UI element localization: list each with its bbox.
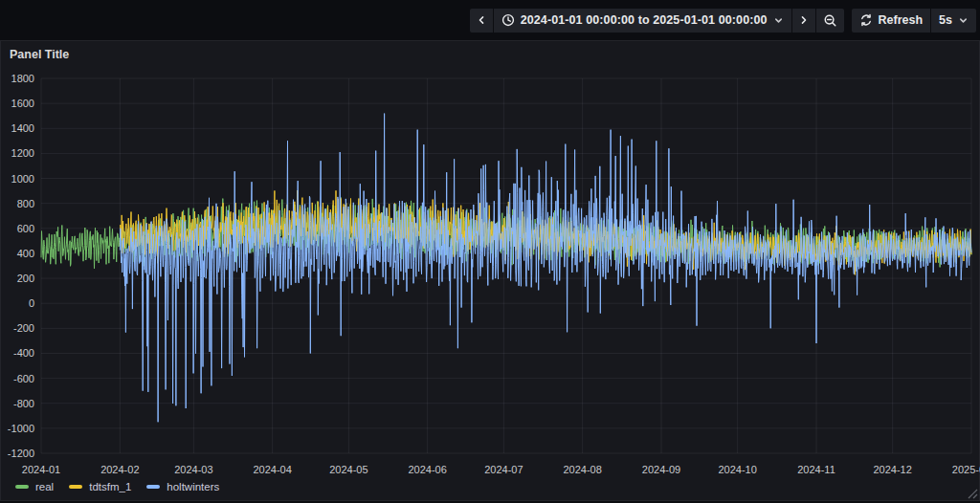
svg-text:2024-09: 2024-09	[642, 464, 680, 475]
refresh-button[interactable]: Refresh	[852, 9, 931, 33]
time-range-label: 2024-01-01 00:00:00 to 2025-01-01 00:00:…	[521, 13, 768, 27]
svg-text:600: 600	[17, 223, 34, 234]
refresh-interval-value: 5s	[939, 13, 952, 27]
refresh-interval-dropdown[interactable]: 5s	[931, 9, 976, 33]
svg-text:2024-08: 2024-08	[563, 464, 601, 475]
time-range-controls: 2024-01-01 00:00:00 to 2025-01-01 00:00:…	[470, 9, 844, 33]
series-color-swatch	[15, 485, 29, 489]
svg-text:-1200: -1200	[8, 448, 34, 459]
svg-text:1600: 1600	[11, 98, 34, 109]
legend-item-tdtsfm-1[interactable]: tdtsfm_1	[69, 481, 131, 492]
svg-text:2024-12: 2024-12	[873, 464, 911, 475]
svg-text:-400: -400	[13, 347, 34, 359]
series-color-swatch	[146, 485, 160, 489]
svg-text:2024-10: 2024-10	[718, 464, 756, 475]
panel-resize-handle[interactable]	[968, 489, 978, 499]
svg-text:2024-07: 2024-07	[484, 464, 523, 475]
svg-text:200: 200	[17, 273, 34, 284]
svg-text:2024-03: 2024-03	[174, 464, 212, 475]
top-bar: 2024-01-01 00:00:00 to 2025-01-01 00:00:…	[0, 0, 980, 40]
svg-text:-1000: -1000	[8, 423, 34, 434]
svg-text:0: 0	[29, 297, 34, 309]
svg-text:1800: 1800	[11, 73, 34, 84]
time-shift-forward-button[interactable]	[792, 9, 815, 33]
svg-text:-200: -200	[13, 322, 34, 334]
svg-text:2024-06: 2024-06	[408, 464, 446, 475]
time-series-chart[interactable]: 180016001400120010008006004002000-200-40…	[1, 41, 980, 479]
svg-text:2024-04: 2024-04	[253, 464, 291, 475]
series-color-swatch	[69, 485, 82, 489]
chevron-down-icon	[958, 15, 969, 26]
clock-icon	[501, 13, 515, 27]
legend: real tdtsfm_1 holtwinters	[15, 481, 219, 492]
svg-text:2024-01: 2024-01	[22, 464, 60, 475]
svg-text:2025-01: 2025-01	[952, 464, 980, 475]
svg-text:1400: 1400	[11, 122, 34, 134]
svg-text:2024-05: 2024-05	[329, 464, 368, 475]
chevron-left-icon	[477, 15, 486, 25]
chevron-right-icon	[799, 15, 809, 25]
svg-text:1200: 1200	[11, 147, 34, 159]
magnifier-minus-icon	[823, 13, 837, 28]
legend-item-real[interactable]: real	[15, 481, 54, 492]
svg-text:2024-02: 2024-02	[100, 464, 139, 475]
svg-text:2024-11: 2024-11	[797, 464, 835, 475]
svg-text:-600: -600	[13, 373, 34, 384]
svg-text:1000: 1000	[11, 173, 34, 185]
legend-label: holtwinters	[167, 481, 219, 492]
sync-arrows-icon	[859, 13, 873, 27]
svg-text:400: 400	[17, 248, 34, 259]
time-range-picker-button[interactable]: 2024-01-01 00:00:00 to 2025-01-01 00:00:…	[494, 9, 791, 33]
svg-text:-800: -800	[13, 398, 34, 409]
zoom-out-button[interactable]	[816, 9, 844, 33]
time-shift-back-button[interactable]	[470, 9, 493, 33]
refresh-button-label: Refresh	[879, 13, 924, 27]
panel: Panel Title 1800160014001200100080060040…	[0, 40, 980, 501]
legend-item-holtwinters[interactable]: holtwinters	[146, 481, 219, 492]
svg-text:800: 800	[17, 198, 34, 209]
legend-label: real	[35, 481, 54, 492]
refresh-controls: Refresh 5s	[852, 9, 976, 33]
chevron-down-icon	[773, 15, 784, 26]
legend-label: tdtsfm_1	[89, 481, 131, 492]
